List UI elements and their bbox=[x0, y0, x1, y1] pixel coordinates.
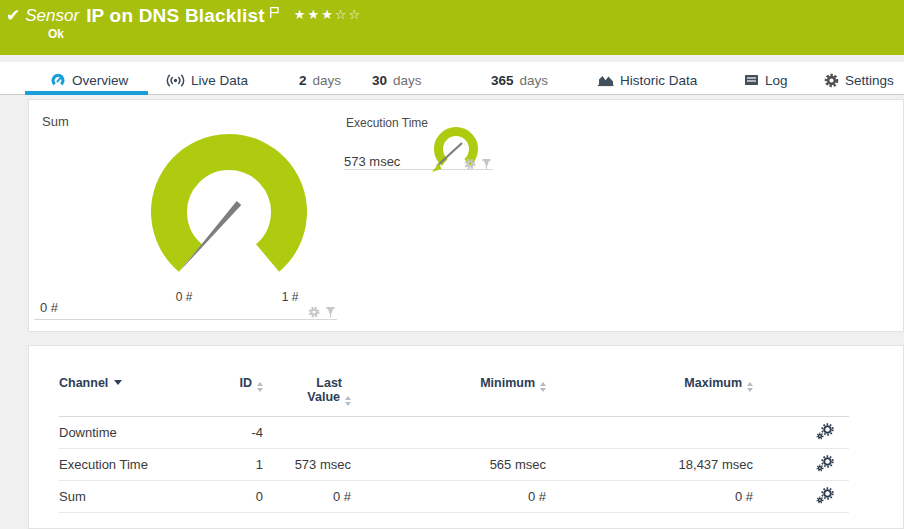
channel-minimum: 0 # bbox=[351, 481, 546, 513]
area-chart-icon bbox=[597, 73, 614, 87]
tab-label: Log bbox=[765, 73, 788, 88]
sum-gauge-panel: Sum 0 # 1 # 0 # bbox=[34, 104, 337, 320]
table-row: Sum 0 0 # 0 # 0 # bbox=[59, 481, 849, 513]
tab-bar: Overview Live Data 2days 30days 365days bbox=[0, 62, 904, 95]
column-header-last-value[interactable]: Last Value bbox=[263, 376, 351, 417]
table-header-row: Channel ID Last Value Minimum Maximum bbox=[59, 376, 849, 417]
broadcast-icon bbox=[166, 73, 185, 88]
channel-maximum: 0 # bbox=[546, 481, 753, 513]
channel-name: Downtime bbox=[59, 417, 209, 449]
status-badge: Ok bbox=[48, 27, 64, 41]
tab-label: Overview bbox=[72, 73, 128, 88]
gauge-pin-icon[interactable] bbox=[481, 158, 492, 170]
tab-label: Settings bbox=[845, 73, 894, 88]
channel-settings-gears-icon[interactable] bbox=[816, 487, 834, 504]
tab-365-days[interactable]: 365days bbox=[491, 69, 548, 91]
channel-minimum: 565 msec bbox=[351, 449, 546, 481]
gauge-scale-max: 1 # bbox=[268, 290, 312, 304]
tab-historic-data[interactable]: Historic Data bbox=[597, 69, 697, 91]
sensor-title: IP on DNS Blacklist bbox=[86, 4, 265, 27]
table-row: Execution Time 1 573 msec 565 msec 18,43… bbox=[59, 449, 849, 481]
tab-log[interactable]: Log bbox=[744, 69, 788, 91]
priority-stars[interactable]: ★★★☆☆ bbox=[294, 7, 362, 22]
channel-last-value: 573 msec bbox=[263, 449, 351, 481]
log-icon bbox=[744, 74, 759, 86]
channel-maximum bbox=[546, 417, 753, 449]
sort-icon bbox=[747, 382, 753, 392]
gauge-scale-min: 0 # bbox=[162, 290, 206, 304]
channel-id: 0 bbox=[209, 481, 263, 513]
sort-desc-icon bbox=[114, 380, 122, 385]
channel-settings-gears-icon[interactable] bbox=[816, 423, 834, 440]
gauge-gear-icon[interactable] bbox=[464, 158, 476, 170]
gauge-current-value: 573 msec bbox=[344, 154, 400, 169]
tab-label: Live Data bbox=[191, 73, 248, 88]
gauge-title: Sum bbox=[42, 114, 69, 129]
table-row: Downtime -4 bbox=[59, 417, 849, 449]
gauge-current-value: 0 # bbox=[40, 300, 58, 315]
sort-icon bbox=[345, 396, 351, 406]
tab-settings[interactable]: Settings bbox=[824, 69, 894, 91]
column-header-channel[interactable]: Channel bbox=[59, 376, 209, 417]
sensor-kind-label: Sensor bbox=[25, 4, 79, 28]
channels-card: Channel ID Last Value Minimum Maximum bbox=[28, 345, 904, 529]
active-tab-indicator bbox=[25, 91, 148, 95]
tab-overview[interactable]: Overview bbox=[50, 69, 128, 91]
tab-live-data[interactable]: Live Data bbox=[166, 69, 248, 91]
ok-check-icon: ✔ bbox=[6, 4, 20, 26]
channel-id: 1 bbox=[209, 449, 263, 481]
gauge-title: Execution Time bbox=[346, 116, 428, 130]
tab-30-days[interactable]: 30days bbox=[372, 69, 422, 91]
column-header-minimum[interactable]: Minimum bbox=[351, 376, 546, 417]
execution-time-gauge-panel: Execution Time 573 msec bbox=[344, 108, 493, 170]
channel-last-value bbox=[263, 417, 351, 449]
channel-settings-gears-icon[interactable] bbox=[816, 455, 834, 472]
channel-table: Channel ID Last Value Minimum Maximum bbox=[59, 376, 849, 513]
column-header-id[interactable]: ID bbox=[209, 376, 263, 417]
tab-2-days[interactable]: 2days bbox=[299, 69, 341, 91]
gauge-pin-icon[interactable] bbox=[325, 306, 336, 318]
tab-label: Historic Data bbox=[620, 73, 697, 88]
channel-id: -4 bbox=[209, 417, 263, 449]
gear-icon bbox=[824, 73, 839, 88]
gauge-gear-icon[interactable] bbox=[308, 306, 320, 318]
channel-minimum bbox=[351, 417, 546, 449]
channel-last-value: 0 # bbox=[263, 481, 351, 513]
prtg-sensor-page: ✔ Sensor IP on DNS Blacklist ★★★☆☆ Ok Ov… bbox=[0, 0, 904, 529]
gauge-icon bbox=[50, 72, 66, 88]
sum-gauge-dial bbox=[119, 120, 339, 280]
sensor-status-header: ✔ Sensor IP on DNS Blacklist ★★★☆☆ Ok bbox=[0, 0, 904, 55]
channel-name: Sum bbox=[59, 481, 209, 513]
sort-icon bbox=[540, 382, 546, 392]
gauges-card: Sum 0 # 1 # 0 # bbox=[28, 99, 904, 332]
channel-name: Execution Time bbox=[59, 449, 209, 481]
flag-icon[interactable] bbox=[269, 5, 280, 23]
column-header-maximum[interactable]: Maximum bbox=[546, 376, 753, 417]
channel-maximum: 18,437 msec bbox=[546, 449, 753, 481]
sort-icon bbox=[257, 382, 263, 392]
